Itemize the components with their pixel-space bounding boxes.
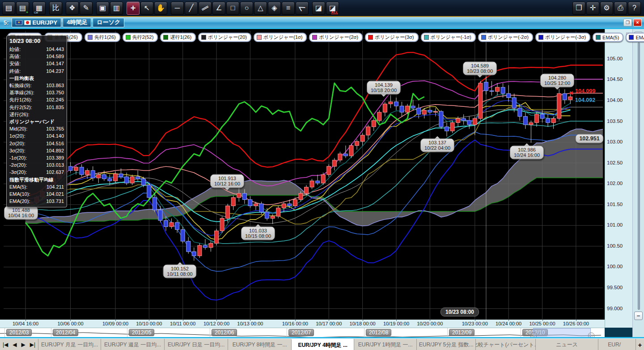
pair-label: EUR/JPY bbox=[33, 19, 58, 26]
eraser-all-icon[interactable]: ◪ALL bbox=[326, 2, 339, 15]
cursor-icon[interactable]: ↖ bbox=[140, 2, 153, 15]
price-callout: 101.48810/04 16:00 bbox=[4, 206, 38, 220]
legend-label: EMA(10) bbox=[636, 35, 644, 40]
zoom-out-button[interactable]: − bbox=[634, 312, 643, 320]
info-panel-row: 基準線(26):103.750 bbox=[9, 89, 64, 96]
legend-color-swatch bbox=[629, 35, 634, 40]
legend-toggle-2[interactable]: 先行1(26) bbox=[85, 33, 120, 42]
price-axis-label: 102.00 bbox=[607, 181, 623, 186]
tab-arrow-1[interactable]: ◀ bbox=[13, 342, 17, 348]
chart-add-icon[interactable]: ▤+ bbox=[16, 2, 29, 15]
multi-line-icon[interactable]: ≡ bbox=[282, 2, 295, 15]
horizontal-line-icon[interactable]: ─ bbox=[171, 2, 184, 15]
timeframe-label: 4時間足 bbox=[67, 18, 87, 26]
legend-color-swatch bbox=[368, 35, 373, 40]
tab-arrow-0[interactable]: |◀ bbox=[3, 342, 8, 348]
hand-icon[interactable]: ✋ bbox=[154, 2, 167, 15]
restore-window-button[interactable]: ❐ bbox=[623, 19, 632, 26]
legend-color-swatch bbox=[126, 35, 131, 40]
pencil-icon[interactable]: ✎ bbox=[80, 2, 93, 15]
node-edit-icon[interactable]: ❖ bbox=[66, 2, 79, 15]
legend-color-swatch bbox=[596, 35, 601, 40]
arrow-line-icon[interactable]: ∠ bbox=[212, 2, 225, 15]
info-panel-timestamp: 10/23 08:00 bbox=[9, 38, 64, 44]
help-icon[interactable]: ? bbox=[628, 2, 641, 15]
price-axis-label: 105.00 bbox=[607, 56, 623, 61]
main-toolbar: ▤▤+▦Cal比❖✎▣▥+↖✋─╱∥∠□○△◈≡∠◪◪ALL ❐✛⚙⎙? bbox=[0, 0, 644, 17]
chart-tab-3[interactable]: EUR/JPY 8時間足 一... bbox=[228, 339, 291, 350]
chart-tab-4[interactable]: EUR/JPY 4時間足 ... bbox=[291, 339, 354, 350]
expand-icon[interactable]: ✛ bbox=[586, 2, 599, 15]
legend-label: ボリンジャー(3σ) bbox=[375, 34, 414, 41]
info-panel-row: Mid(20):103.765 bbox=[9, 125, 64, 132]
legend-toggle-9[interactable]: ボリンジャー(-1σ) bbox=[421, 33, 476, 42]
fan-line-icon[interactable]: ∠ bbox=[296, 2, 309, 15]
legend-toggle-7[interactable]: ボリンジャー(2σ) bbox=[309, 33, 363, 42]
price-axis-label: 103.50 bbox=[607, 118, 623, 124]
info-panel-row: 転換線(9):103.863 bbox=[9, 82, 64, 89]
info-panel-section: 指数平滑移動平均線 bbox=[9, 176, 64, 183]
chart-tab-7[interactable]: 比較チャート(パーセント... bbox=[475, 339, 535, 350]
save-icon[interactable]: ▥ bbox=[110, 2, 123, 15]
tab-arrow-3[interactable]: ▶| bbox=[30, 342, 35, 348]
legend-label: ボリンジャー(1σ) bbox=[263, 34, 303, 41]
legend-toggle-5[interactable]: ボリンジャー(20) bbox=[198, 33, 251, 42]
legend-toggle-11[interactable]: ボリンジャー(-3σ) bbox=[535, 33, 590, 42]
settings-gear-icon[interactable]: ⚙ bbox=[600, 2, 613, 15]
price-axis[interactable]: 105.50105.00104.50104.00103.50103.00102.… bbox=[605, 29, 633, 328]
chart-tab-6[interactable]: EUR/JPY 5分足 指数... bbox=[416, 339, 475, 350]
window-number: 5: bbox=[4, 19, 9, 26]
legend-toggle-12[interactable]: EMA(5) bbox=[593, 33, 623, 42]
jp-flag-icon bbox=[24, 20, 31, 25]
price-callout: 100.15210/11 08:00 bbox=[163, 265, 196, 278]
time-axis-label: 10/19 00:00 bbox=[383, 321, 409, 326]
navigator-month-label: 2012/06 bbox=[212, 329, 237, 336]
price-axis-label: 101.00 bbox=[607, 222, 623, 228]
chart-titlebar[interactable]: 5: ✶ EUR/JPY 4時間足 ローソク ❐ × bbox=[0, 17, 644, 28]
chart-list-icon[interactable]: ▤ bbox=[2, 2, 15, 15]
polygon-icon[interactable]: ◈ bbox=[268, 2, 281, 15]
chart-tab-2[interactable]: EUR/JPY 日足 一目均... bbox=[164, 339, 228, 350]
parallel-lines-icon[interactable]: ∥ bbox=[199, 2, 212, 15]
new-window-icon[interactable]: ❐ bbox=[572, 2, 585, 15]
legend-toggle-10[interactable]: ボリンジャー(-2σ) bbox=[478, 33, 533, 42]
chart-tab-0[interactable]: EUR/JPY 月足 一目均... bbox=[38, 339, 101, 350]
legend-toggle-13[interactable]: EMA(10) bbox=[626, 33, 644, 42]
close-window-button[interactable]: × bbox=[633, 19, 642, 26]
chart-style-label: ローソク bbox=[97, 18, 120, 26]
print-icon[interactable]: ⎙ bbox=[614, 2, 627, 15]
legend-label: ボリンジャー(2σ) bbox=[319, 34, 358, 41]
legend-label: ボリンジャー(-3σ) bbox=[545, 34, 586, 41]
add-tab-button[interactable]: + bbox=[636, 339, 644, 350]
legend-toggle-6[interactable]: ボリンジャー(1σ) bbox=[254, 33, 307, 42]
price-axis-label: 99.500 bbox=[607, 285, 623, 290]
trend-line-icon[interactable]: ╱ bbox=[185, 2, 198, 15]
info-panel-row: -3σ(20):102.637 bbox=[9, 169, 64, 176]
eraser-icon[interactable]: ◪ bbox=[312, 2, 325, 15]
chart-tab-8[interactable]: ニュース bbox=[535, 339, 598, 350]
pair-selector-button[interactable]: ✶ EUR/JPY bbox=[12, 18, 62, 27]
legend-label: ボリンジャー(-2σ) bbox=[488, 34, 529, 41]
crosshair-icon[interactable]: + bbox=[127, 2, 140, 15]
chart-tab-5[interactable]: EUR/JPY 1時間足 一... bbox=[354, 339, 416, 350]
legend-color-swatch bbox=[424, 35, 429, 40]
timeframe-button[interactable]: 4時間足 bbox=[63, 18, 91, 27]
chart-tab-1[interactable]: EUR/JPY 週足 一目均... bbox=[101, 339, 164, 350]
legend-label: 先行2(52) bbox=[132, 34, 154, 41]
ellipse-icon[interactable]: ○ bbox=[240, 2, 253, 15]
legend-toggle-4[interactable]: 遅行1(26) bbox=[160, 33, 196, 42]
chart-tab-9[interactable]: EUR/ bbox=[598, 339, 630, 350]
rectangle-icon[interactable]: □ bbox=[226, 2, 239, 15]
time-axis-label: 10/16 00:00 bbox=[282, 321, 308, 326]
triangle-icon[interactable]: △ bbox=[254, 2, 267, 15]
chart-style-button[interactable]: ローソク bbox=[93, 18, 124, 27]
indicator-legend: 転換線(9)基準線(26)先行1(26)先行2(52)遅行1(26)ボリンジャー… bbox=[7, 33, 644, 42]
legend-toggle-3[interactable]: 先行2(52) bbox=[123, 33, 158, 42]
time-axis[interactable]: 10/04 16:0010/06 00:0010/09 00:0010/10 0… bbox=[0, 320, 605, 328]
calendar-icon[interactable]: ▦Cal bbox=[33, 2, 46, 15]
vertical-scrollbar[interactable] bbox=[638, 42, 640, 310]
compare-icon[interactable]: 比 bbox=[49, 2, 62, 15]
legend-toggle-8[interactable]: ボリンジャー(3σ) bbox=[365, 33, 419, 42]
tab-arrow-2[interactable]: ▶ bbox=[21, 342, 25, 348]
display-settings-icon[interactable]: ▣ bbox=[96, 2, 109, 15]
